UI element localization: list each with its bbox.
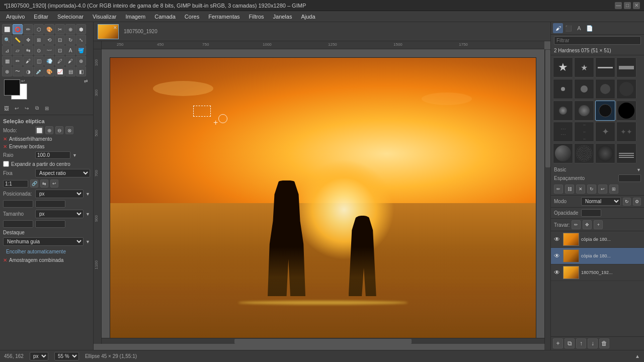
tool-scissors[interactable]: ✂ — [55, 24, 65, 34]
layer-tool-btn-6[interactable]: ⊞ — [609, 185, 618, 194]
canvas-image[interactable]: + — [110, 57, 536, 344]
brush-item-texture3[interactable] — [595, 143, 615, 163]
maximize-button[interactable]: □ — [624, 2, 631, 9]
ratio-chain-icon[interactable]: 🔗 — [30, 179, 38, 188]
menu-cores[interactable]: Cores — [181, 13, 203, 21]
tool-colorize[interactable]: 🎨 — [44, 66, 54, 76]
tool-smudge[interactable]: 〜 — [13, 66, 23, 76]
status-nav-icon[interactable]: ▲ — [635, 353, 640, 359]
tool-color-select[interactable]: 🎨 — [44, 24, 54, 34]
tool-heal[interactable]: ⊕ — [76, 56, 86, 66]
panel-fonts-icon[interactable]: A — [574, 23, 584, 33]
layer-eye-1[interactable]: 👁 — [553, 252, 561, 260]
brush-item-solid[interactable] — [616, 101, 636, 121]
tool-rotate[interactable]: ↻ — [65, 35, 75, 45]
brush-filter-input[interactable] — [554, 36, 641, 45]
layer-item-2[interactable]: 👁 1807500_192... — [551, 264, 644, 281]
tool-curves[interactable]: 📈 — [55, 66, 65, 76]
brush-item-texture1[interactable] — [553, 143, 573, 163]
tool-measure[interactable]: 📏 — [13, 35, 23, 45]
tool-handle[interactable]: ⊡ — [55, 45, 65, 55]
tool-dodge[interactable]: ◑ — [23, 66, 33, 76]
brush-item-star2[interactable]: ★ — [574, 57, 594, 77]
tool-zoom[interactable]: 🔍 — [2, 35, 12, 45]
layer-mode-select[interactable]: Normal Multiply Screen — [581, 197, 621, 206]
foreground-color-swatch[interactable] — [4, 79, 20, 96]
ratio-reset-icon[interactable]: ↩ — [50, 179, 58, 188]
size-unit-select[interactable]: px — [35, 210, 84, 218]
brush-item-spray-md[interactable]: ······ — [574, 122, 594, 142]
tool-free-select[interactable]: ✏ — [23, 24, 33, 34]
tool-paths[interactable]: ⬢ — [76, 24, 86, 34]
tool-crop[interactable]: ⊡ — [55, 35, 65, 45]
tool-mypaint[interactable]: 🖌 — [65, 56, 75, 66]
reset-colors-icon[interactable]: ↩ — [21, 78, 25, 83]
mode-btn-3[interactable]: ⊖ — [55, 126, 63, 134]
brush-item-hardline[interactable] — [595, 57, 615, 77]
window-controls[interactable]: — □ ✕ — [615, 2, 640, 9]
position-x-input[interactable]: 411 — [3, 200, 33, 208]
vertical-scrollbar-thumb[interactable] — [545, 50, 550, 167]
grid-icon[interactable]: ⊞ — [42, 104, 51, 113]
tool-warp[interactable]: 〰 — [44, 45, 54, 55]
redo-icon[interactable]: ↪ — [22, 104, 31, 113]
spacing-input[interactable]: 10.0 — [618, 174, 641, 182]
brush-item-scatter1[interactable]: ✦ — [595, 122, 615, 142]
new-image-icon[interactable]: 🖼 — [2, 104, 11, 113]
guide-select[interactable]: Nenhuma guia — [3, 237, 84, 246]
horizontal-scrollbar-thumb[interactable] — [234, 339, 412, 344]
brush-item-spray-sm[interactable]: · · ·· · · — [553, 122, 573, 142]
tool-airbrush[interactable]: 💨 — [44, 56, 54, 66]
thumbnail-close-icon[interactable]: ✕ — [113, 25, 117, 30]
tool-move[interactable]: ✥ — [23, 35, 33, 45]
menu-filtros[interactable]: Filtros — [245, 13, 268, 21]
menu-imagem[interactable]: Imagem — [122, 13, 150, 21]
brush-item-dot-md[interactable] — [574, 79, 594, 99]
menu-ferramentas[interactable]: Ferramentas — [204, 13, 244, 21]
status-zoom-select[interactable]: 55 % — [54, 352, 79, 360]
layer-tool-btn-1[interactable]: ✏ — [554, 185, 563, 194]
tool-rect-select[interactable]: ⬜ — [2, 24, 12, 34]
menu-editar[interactable]: Editar — [30, 13, 52, 21]
layer-delete-btn[interactable]: 🗑 — [599, 338, 609, 348]
vertical-scrollbar[interactable] — [544, 49, 550, 344]
tool-gradient[interactable]: ▦ — [2, 56, 12, 66]
lock-pos-btn[interactable]: ✥ — [583, 220, 592, 229]
mode-btn-4[interactable]: ⊗ — [65, 126, 73, 134]
brush-item-dot-xl[interactable] — [616, 79, 636, 99]
brush-item-star[interactable]: ★ — [553, 57, 573, 77]
layer-item-0[interactable]: 👁 cópia de 180... — [551, 231, 644, 248]
layer-up-btn[interactable]: ↑ — [576, 338, 586, 348]
fixed-select[interactable]: Aspect ratio Fixed size — [35, 169, 90, 177]
brush-item-soft-sm[interactable] — [553, 101, 573, 121]
status-unit-select[interactable]: px — [30, 352, 48, 360]
menu-camada[interactable]: Camada — [150, 13, 180, 21]
menu-selecionar[interactable]: Selecionar — [53, 13, 88, 21]
lock-all-btn[interactable]: + — [594, 220, 603, 229]
opacity-input[interactable]: 100.0 — [581, 209, 601, 217]
position-unit-select[interactable]: px — [35, 190, 84, 198]
tool-foreground-select[interactable]: ⊕ — [65, 24, 75, 34]
tool-clone[interactable]: ⊗ — [2, 66, 12, 76]
swap-colors-icon[interactable]: ⇄ — [84, 78, 88, 83]
close-button[interactable]: ✕ — [633, 2, 640, 9]
panel-docs-icon[interactable]: 📄 — [585, 23, 595, 33]
tool-ink[interactable]: 🖊 — [55, 56, 65, 66]
tool-scale[interactable]: ⤡ — [76, 35, 86, 45]
mode-refresh-icon[interactable]: ↻ — [623, 198, 631, 206]
brush-item-lines[interactable] — [616, 143, 636, 163]
brush-item-dot-lg[interactable] — [595, 79, 615, 99]
brush-item-dot-sm[interactable] — [553, 79, 573, 99]
menu-arquivo[interactable]: Arquivo — [2, 13, 29, 21]
brush-item-dark-lg[interactable] — [595, 101, 615, 121]
layer-icon[interactable]: ⧉ — [32, 104, 41, 113]
tool-eraser[interactable]: ◫ — [34, 56, 44, 66]
radius-input[interactable] — [35, 151, 70, 159]
layer-new-btn[interactable]: + — [553, 338, 563, 348]
size-h-input[interactable]: 29 — [35, 220, 65, 228]
tool-text[interactable]: A — [65, 45, 75, 55]
layer-eye-2[interactable]: 👁 — [553, 268, 561, 277]
brush-item-soft-md[interactable] — [574, 101, 594, 121]
tool-shear[interactable]: ⊿ — [2, 45, 12, 55]
tool-bucket[interactable]: 🪣 — [76, 45, 86, 55]
